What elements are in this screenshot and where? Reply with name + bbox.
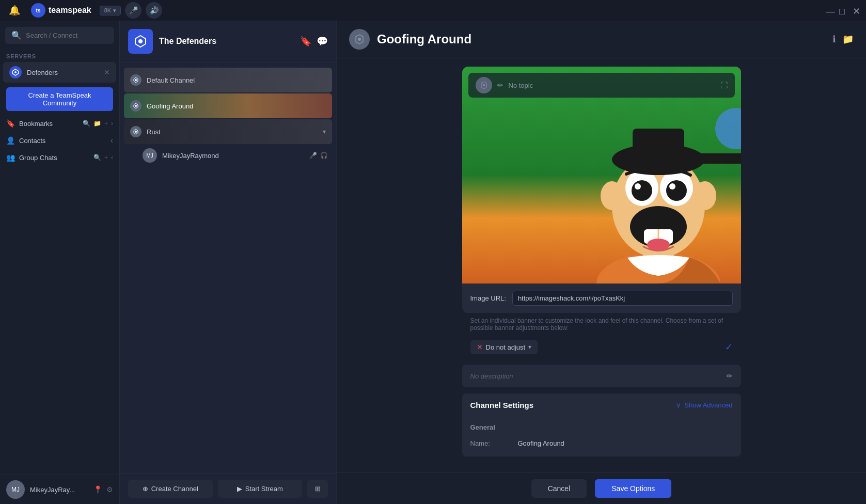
user-in-channel-name: MikeyJayRaymond (162, 152, 304, 160)
settings-icon[interactable]: ⚙ (106, 485, 113, 494)
sidebar-item-contacts[interactable]: 👤 Contacts ‹ (0, 132, 119, 149)
contacts-label: Contacts (19, 137, 106, 145)
description-box[interactable]: No description ✏ (462, 365, 741, 387)
search-group-icon[interactable]: 🔍 (93, 154, 101, 161)
banner-topic-bar: ✏ No topic ⛶ (468, 73, 735, 98)
close-button[interactable]: ✕ (853, 7, 860, 14)
minimize-button[interactable]: — (826, 7, 833, 14)
quality-badge[interactable]: 8K ▾ (100, 6, 121, 15)
maximize-button[interactable]: □ (839, 7, 846, 14)
search-input[interactable] (26, 32, 108, 39)
save-options-button[interactable]: Save Options (595, 479, 671, 498)
servers-label: Servers (0, 50, 119, 61)
description-edit-icon[interactable]: ✏ (727, 372, 733, 380)
search-icon: 🔍 (11, 30, 22, 40)
fullscreen-icon[interactable]: ⛶ (720, 81, 728, 89)
audio-mixer-button[interactable]: ⊞ (307, 480, 328, 498)
right-panel: Goofing Around ℹ 📁 (337, 21, 866, 504)
svg-point-1 (14, 71, 17, 73)
settings-header: Channel Settings ∨ Show Advanced (462, 393, 741, 417)
channel-settings-section: Channel Settings ∨ Show Advanced General… (462, 393, 741, 456)
server-close-icon[interactable]: ✕ (104, 68, 110, 76)
user-channel-action-icons: 🎤 🎧 (309, 152, 328, 159)
user-in-channel-mikey[interactable]: MJ MikeyJayRaymond 🎤 🎧 (120, 145, 336, 166)
general-section: General Name: Goofing Around (462, 417, 741, 456)
bookmark-server-icon[interactable]: 🔖 (300, 36, 311, 47)
create-community-button[interactable]: Create a TeamSpeak Community (6, 87, 113, 111)
svg-point-31 (483, 84, 485, 86)
folder-icon[interactable]: 📁 (93, 120, 101, 127)
search-bookmarks-icon[interactable]: 🔍 (83, 120, 90, 127)
user-display-name: MikeyJayRay... (30, 486, 88, 494)
plus-icon: ⊕ (143, 485, 148, 493)
collapse-group-icon[interactable]: ‹ (111, 154, 113, 161)
group-chats-icon: 👥 (6, 153, 15, 162)
adjust-label: Do not adjust (486, 343, 526, 351)
banner-image: ✏ No topic ⛶ (462, 67, 741, 284)
channel-icon-default (130, 74, 141, 86)
show-advanced-button[interactable]: ∨ Show Advanced (676, 401, 732, 409)
create-channel-button[interactable]: ⊕ Create Channel (128, 480, 213, 498)
do-not-adjust-button[interactable]: ✕ Do not adjust ▾ (470, 340, 538, 354)
quality-chevron: ▾ (113, 7, 116, 14)
settings-title: Channel Settings (470, 401, 534, 410)
server-icon (9, 66, 22, 78)
channel-bottom: ⊕ Create Channel ▶ Start Stream ⊞ (120, 473, 336, 504)
channel-name-default: Default Channel (147, 76, 326, 84)
sidebar-item-group-chats[interactable]: 👥 Group Chats 🔍 + ‹ (0, 149, 119, 166)
action-bar: Cancel Save Options (337, 472, 866, 504)
add-group-icon[interactable]: + (104, 154, 108, 161)
start-stream-button[interactable]: ▶ Start Stream (218, 480, 303, 498)
notification-bell[interactable]: 🔔 (6, 2, 23, 19)
channel-icon-goofing (130, 100, 141, 112)
main-layout: 🔍 Servers Defenders ✕ Create a TeamSpeak… (0, 21, 866, 504)
mixer-icon: ⊞ (315, 485, 321, 493)
name-value: Goofing Around (518, 439, 564, 447)
banner-container: ✏ No topic ⛶ Image URL: (462, 67, 741, 313)
expand-bookmarks-icon[interactable]: › (111, 120, 113, 127)
rust-chevron-icon: ▾ (323, 128, 326, 135)
speaker-button[interactable]: 🔊 (146, 2, 162, 19)
server-header: The Defenders 🔖 💬 (120, 21, 336, 62)
form-section: Set an individual banner to customize th… (462, 313, 741, 456)
channel-item-rust[interactable]: Rust ▾ (124, 119, 332, 144)
channel-item-default[interactable]: Default Channel (124, 68, 332, 92)
channel-item-goofing[interactable]: Goofing Around (124, 93, 332, 118)
banner-adjust-row: ✕ Do not adjust ▾ ✓ (462, 336, 741, 358)
search-bar[interactable]: 🔍 (5, 27, 114, 44)
user-headphone-icon: 🎧 (320, 152, 328, 159)
name-label: Name: (470, 439, 512, 447)
image-url-label: Image URL: (470, 294, 506, 302)
sidebar-item-bookmarks[interactable]: 🔖 Bookmarks 🔍 📁 + › (0, 115, 119, 132)
info-icon[interactable]: ℹ (832, 34, 836, 45)
add-bookmark-icon[interactable]: + (104, 120, 108, 127)
mic-button[interactable]: 🎤 (125, 2, 141, 19)
channel-header-icon (349, 29, 370, 50)
user-small-avatar: MJ (143, 148, 157, 163)
svg-point-20 (632, 180, 652, 201)
image-url-input[interactable] (512, 291, 733, 306)
channel-icon-rust (130, 126, 141, 137)
cancel-button[interactable]: Cancel (531, 479, 587, 498)
svg-point-7 (135, 105, 137, 107)
chat-server-icon[interactable]: 💬 (317, 36, 328, 47)
channel-edit-content: ✏ No topic ⛶ Image URL: Set an individua… (337, 58, 866, 472)
server-item-defenders[interactable]: Defenders ✕ (3, 62, 116, 83)
files-icon[interactable]: 📁 (842, 34, 854, 45)
topic-edit-icon[interactable]: ✏ (497, 81, 503, 89)
bookmarks-actions: 🔍 📁 + › (83, 120, 113, 127)
channel-panel: The Defenders 🔖 💬 Default Channel (120, 21, 337, 504)
confirm-check-icon[interactable]: ✓ (725, 341, 733, 353)
channel-header-actions: ℹ 📁 (832, 34, 854, 45)
channel-name-rust: Rust (147, 128, 318, 136)
hint-text: Set an individual banner to customize th… (462, 313, 741, 336)
location-icon[interactable]: 📍 (93, 485, 102, 494)
svg-point-23 (669, 183, 675, 190)
svg-point-11 (358, 38, 361, 41)
svg-point-25 (694, 181, 716, 210)
collapse-contacts-icon[interactable]: ‹ (111, 136, 113, 145)
start-stream-label: Start Stream (245, 485, 283, 493)
sidebar: 🔍 Servers Defenders ✕ Create a TeamSpeak… (0, 21, 120, 504)
general-title: General (470, 423, 733, 431)
svg-point-22 (635, 183, 641, 190)
